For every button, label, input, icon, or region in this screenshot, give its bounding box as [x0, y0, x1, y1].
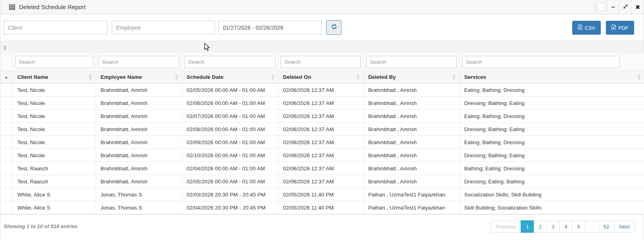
row-spacer-cell: [0, 110, 12, 123]
row-spacer-cell: [0, 97, 12, 110]
page-button-3[interactable]: 3: [546, 220, 560, 232]
csv-button-label: CSV: [585, 25, 595, 30]
table-cell: 02/09/2026 00:00 AM - 01:00 AM: [182, 136, 278, 149]
table-cell: Dressing; Bathing; Eating: [459, 123, 644, 136]
sort-carets-icon: [638, 74, 641, 80]
column-header-5[interactable]: Services: [459, 71, 644, 84]
table-cell: 02/05/2026 11:40 PM: [278, 188, 363, 201]
table-cell: 02/06/2026 00:00 AM - 01:00 AM: [182, 97, 278, 110]
column-search-input-0[interactable]: [15, 56, 93, 68]
table-cell: 02/06/2026 12:37 AM: [278, 162, 363, 175]
client-filter-input[interactable]: [4, 21, 107, 34]
table-cell: 02/08/2026 00:00 AM - 01:00 AM: [182, 123, 278, 136]
entries-info: Showing 1 to 10 of 516 entries: [4, 223, 77, 229]
employee-filter-input[interactable]: [112, 21, 215, 34]
column-header-label: Client Name: [17, 74, 48, 80]
table-cell: Brahmbhatt, Amrish: [96, 123, 182, 136]
refresh-icon: [331, 24, 337, 31]
page-button-52[interactable]: 52: [598, 220, 614, 232]
table-row: Test, NicoleBrahmbhatt, Amrish02/07/2026…: [0, 110, 644, 123]
table-cell: Brahmbhatt , Amrish: [363, 149, 459, 162]
page-button-1[interactable]: 1: [521, 220, 534, 232]
row-spacer-cell: [0, 162, 12, 175]
table-cell: Test, Raasch: [12, 175, 96, 188]
search-cell: [96, 53, 182, 71]
window-controls: − ✖: [594, 0, 644, 14]
search-cell: [459, 53, 644, 71]
row-spacer-cell: [0, 136, 12, 149]
table-cell: Test, Nicole: [12, 110, 96, 123]
page-button-next[interactable]: Next: [614, 220, 635, 232]
table-cell: Dressing; Bathing; Eating: [459, 97, 644, 110]
table-cell: Bathing; Eating; Dressing: [459, 162, 644, 175]
table-row: Test, NicoleBrahmbhatt, Amrish02/06/2026…: [0, 97, 644, 110]
table-row: Test, RaaschBrahmbhatt, Amrish02/05/2026…: [0, 175, 644, 188]
restore-button[interactable]: [594, 0, 607, 14]
column-search-input-1[interactable]: [98, 56, 179, 68]
column-search-input-3[interactable]: [281, 56, 361, 68]
refresh-button[interactable]: [326, 20, 341, 35]
table-cell: Test, Nicole: [12, 136, 96, 149]
page-button-...: ...: [585, 220, 599, 232]
table-cell: Brahmbhatt , Amrish: [363, 136, 459, 149]
column-header-label: Employee Name: [101, 74, 142, 80]
csv-button[interactable]: CSV: [572, 21, 601, 34]
table-cell: Brahmbhatt , Amrish: [363, 175, 459, 188]
table-cell: 02/06/2026 12:37 AM: [278, 149, 363, 162]
table-header-row: ▲Client NameEmployee NameSchedule DateDe…: [0, 71, 644, 84]
row-spacer-cell: [0, 201, 12, 214]
column-header-1[interactable]: Employee Name: [96, 71, 182, 84]
column-header-label: Deleted By: [368, 74, 396, 80]
table-cell: 02/05/2026 11:40 PM: [278, 201, 363, 214]
table-cell: Brahmbhatt, Amrish: [96, 110, 182, 123]
page-button-previous[interactable]: Previous: [491, 220, 521, 232]
page-button-5[interactable]: 5: [572, 220, 585, 232]
table-cell: Brahmbhatt , Amrish: [363, 162, 459, 175]
table-row: White, Alice SJonas, Thomas S02/04/2026 …: [0, 201, 644, 214]
table-cell: 02/06/2026 12:37 AM: [278, 136, 363, 149]
sort-indicator-column: ▲: [0, 71, 12, 84]
table-row: Test, RaaschBrahmbhatt, Amrish02/04/2026…: [0, 162, 644, 175]
column-search-input-5[interactable]: [462, 56, 620, 68]
expand-button[interactable]: [619, 0, 631, 14]
search-cell: [363, 53, 459, 71]
pdf-button[interactable]: PDF: [606, 21, 634, 34]
table-cell: Skill Building; Socialization Skills: [459, 201, 644, 214]
table-cell: 02/06/2026 12:37 AM: [278, 175, 363, 188]
page-button-4[interactable]: 4: [559, 220, 572, 232]
column-header-2[interactable]: Schedule Date: [182, 71, 278, 84]
table-cell: 02/06/2026 12:37 AM: [278, 123, 363, 136]
export-buttons: CSV PDF: [572, 21, 634, 34]
sort-carets-icon: [89, 74, 92, 80]
column-search-input-2[interactable]: [184, 56, 276, 68]
table-cell: Brahmbhatt, Amrish: [96, 162, 182, 175]
table-cell: Brahmbhatt, Amrish: [96, 97, 182, 110]
close-button[interactable]: ✖: [631, 0, 644, 14]
table-row: Test, NicoleBrahmbhatt, Amrish02/05/2026…: [0, 84, 644, 97]
table-cell: Brahmbhatt , Amrish: [363, 84, 459, 97]
column-header-4[interactable]: Deleted By: [363, 71, 459, 84]
table-cell: 02/04/2026 20:30 PM - 20:45 PM: [182, 201, 278, 214]
column-header-0[interactable]: Client Name: [12, 71, 96, 84]
minimize-button[interactable]: −: [607, 0, 619, 14]
column-search-input-4[interactable]: [366, 56, 457, 68]
table-cell: Brahmbhatt , Amrish: [363, 123, 459, 136]
sort-carets-icon: [356, 74, 360, 80]
table-cell: Brahmbhatt, Amrish: [96, 175, 182, 188]
table-cell: Socialization Skills; Skill Building: [459, 188, 644, 201]
pdf-button-label: PDF: [618, 25, 629, 30]
table-cell: 02/03/2026 20:30 PM - 20:45 PM: [182, 188, 278, 201]
table-cell: Test, Nicole: [12, 123, 96, 136]
table-cell: Brahmbhatt, Amrish: [96, 149, 182, 162]
page-button-2[interactable]: 2: [534, 220, 547, 232]
pdf-file-icon: [611, 24, 616, 31]
table-cell: 02/06/2026 12:37 AM: [278, 84, 363, 97]
table-cell: White, Alice S: [12, 188, 96, 201]
table-cell: Eating; Bathing; Dressing: [459, 136, 644, 149]
row-spacer-cell: [0, 123, 12, 136]
minimize-icon: −: [611, 4, 615, 11]
date-range-input[interactable]: [218, 21, 322, 34]
column-header-3[interactable]: Deleted On: [278, 71, 363, 84]
close-icon: ✖: [635, 4, 640, 10]
table-cell: White, Alice S: [12, 201, 96, 214]
